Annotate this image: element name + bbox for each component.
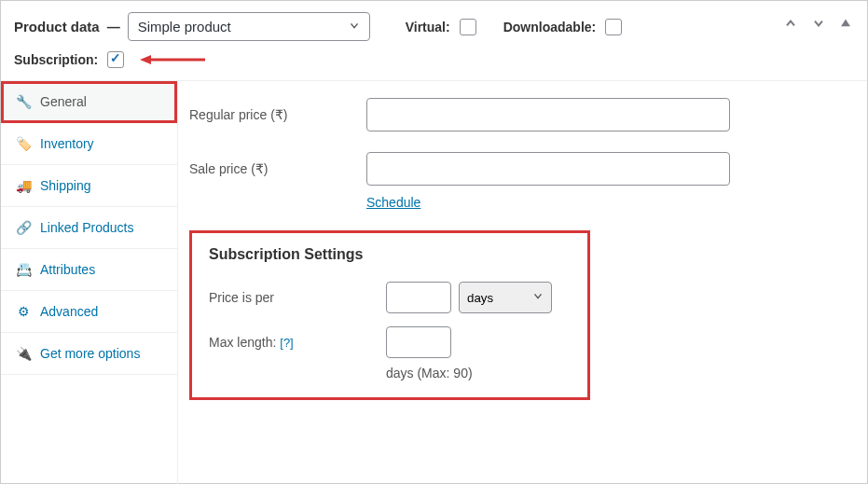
tab-label: Attributes bbox=[40, 262, 95, 277]
inventory-icon: 🏷️ bbox=[16, 136, 31, 151]
regular-price-input[interactable] bbox=[366, 98, 730, 131]
tab-label: Shipping bbox=[40, 178, 91, 193]
product-data-tabs: 🔧General🏷️Inventory🚚Shipping🔗Linked Prod… bbox=[1, 81, 178, 484]
general-icon: 🔧 bbox=[16, 94, 31, 109]
max-length-label: Max length: [?] bbox=[209, 335, 386, 350]
tab-inventory[interactable]: 🏷️Inventory bbox=[1, 123, 177, 165]
price-per-label: Price is per bbox=[209, 290, 386, 305]
tab-content-general: Regular price (₹) Sale price (₹) Schedul… bbox=[178, 81, 867, 484]
product-data-panel: Product data — Simple product Virtual: D… bbox=[0, 0, 868, 484]
tab-advanced[interactable]: ⚙Advanced bbox=[1, 291, 177, 333]
schedule-link[interactable]: Schedule bbox=[366, 195, 420, 210]
tab-linked-products[interactable]: 🔗Linked Products bbox=[1, 207, 177, 249]
shipping-icon: 🚚 bbox=[16, 178, 31, 193]
move-down-icon[interactable] bbox=[811, 16, 826, 35]
tab-label: Linked Products bbox=[40, 220, 133, 235]
regular-price-label: Regular price (₹) bbox=[189, 107, 366, 122]
title-dash: — bbox=[107, 20, 120, 35]
max-length-hint: days (Max: 90) bbox=[386, 366, 571, 380]
virtual-label: Virtual: bbox=[406, 20, 450, 35]
price-per-unit-select[interactable]: days bbox=[459, 282, 552, 313]
subscription-label: Subscription: bbox=[14, 52, 98, 67]
subscription-checkbox[interactable] bbox=[107, 51, 124, 68]
advanced-icon: ⚙ bbox=[16, 304, 31, 319]
tab-label: Get more options bbox=[40, 346, 140, 361]
tab-attributes[interactable]: 📇Attributes bbox=[1, 249, 177, 291]
panel-header: Product data — Simple product Virtual: D… bbox=[1, 1, 867, 81]
tab-label: Inventory bbox=[40, 136, 94, 151]
tab-label: General bbox=[40, 94, 87, 109]
get-more-options-icon: 🔌 bbox=[16, 346, 31, 361]
move-up-icon[interactable] bbox=[783, 16, 798, 35]
max-length-input[interactable] bbox=[386, 326, 451, 358]
tab-shipping[interactable]: 🚚Shipping bbox=[1, 165, 177, 207]
svg-marker-1 bbox=[140, 55, 151, 64]
panel-title: Product data bbox=[14, 19, 100, 35]
attributes-icon: 📇 bbox=[16, 262, 31, 277]
downloadable-label: Downloadable: bbox=[503, 20, 597, 35]
help-icon[interactable]: [?] bbox=[280, 336, 293, 350]
product-type-select[interactable]: Simple product bbox=[128, 12, 370, 41]
svg-marker-2 bbox=[841, 20, 850, 27]
linked-products-icon: 🔗 bbox=[16, 220, 31, 235]
toggle-panel-icon[interactable] bbox=[839, 16, 852, 35]
annotation-arrow-icon bbox=[140, 52, 205, 67]
tab-general[interactable]: 🔧General bbox=[1, 81, 177, 123]
virtual-checkbox[interactable] bbox=[460, 19, 476, 35]
tab-label: Advanced bbox=[40, 304, 98, 319]
sale-price-input[interactable] bbox=[366, 152, 730, 186]
price-per-input[interactable] bbox=[386, 282, 451, 313]
sale-price-label: Sale price (₹) bbox=[189, 161, 366, 176]
subscription-settings-heading: Subscription Settings bbox=[209, 246, 571, 263]
tab-get-more-options[interactable]: 🔌Get more options bbox=[1, 333, 177, 375]
downloadable-checkbox[interactable] bbox=[605, 19, 622, 35]
subscription-settings-box: Subscription Settings Price is per days bbox=[189, 230, 590, 400]
